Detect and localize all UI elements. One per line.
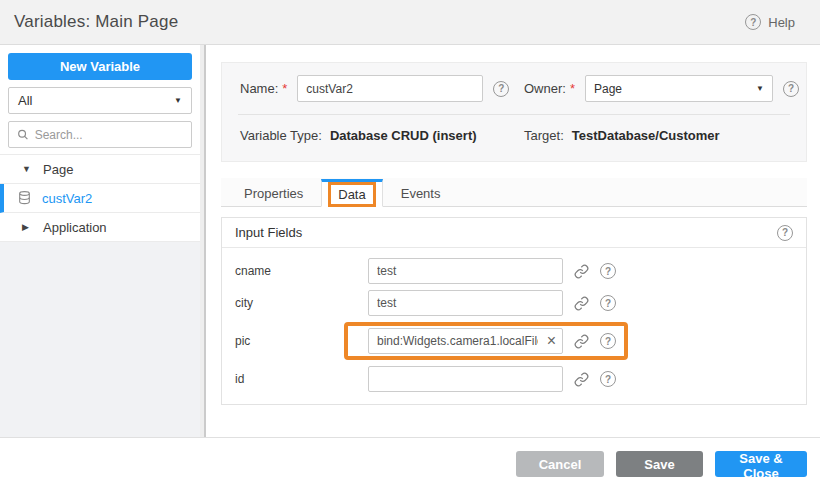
save-button[interactable]: Save [616, 451, 703, 477]
tab-events-label: Events [401, 186, 441, 201]
field-help-icon[interactable]: ? [600, 263, 616, 279]
field-row-cname: cname ? [222, 258, 806, 284]
dialog-header: Variables: Main Page ? Help [0, 0, 820, 45]
new-variable-button[interactable]: New Variable [8, 53, 192, 80]
field-row-pic: pic × ? [222, 322, 806, 360]
name-help-icon[interactable]: ? [493, 81, 509, 97]
tree-node-application[interactable]: ▶ Application [0, 213, 200, 242]
filter-dropdown-value: All [18, 93, 32, 108]
input-fields-title: Input Fields [235, 225, 302, 240]
tab-properties[interactable]: Properties [226, 178, 321, 206]
target-label: Target: [524, 128, 564, 143]
input-fields-header: Input Fields ? [222, 218, 806, 248]
variable-tree: ▼ Page custVar2 ▶ Application [0, 154, 200, 437]
input-fields-panel: Input Fields ? cname ? [221, 217, 807, 405]
field-row-city: city ? [222, 290, 806, 316]
field-help-icon[interactable]: ? [600, 295, 616, 311]
tab-data-label: Data [338, 187, 365, 202]
help-icon: ? [745, 14, 761, 30]
database-variable-icon [18, 191, 31, 205]
variable-info-panel: Name: * ? Owner: * Page ▼ ? [221, 62, 807, 162]
tree-node-custvar2[interactable]: custVar2 [0, 184, 200, 213]
owner-help-icon[interactable]: ? [783, 81, 799, 97]
tree-node-page-label: Page [43, 162, 73, 177]
sidebar-filler [0, 242, 200, 437]
field-help-icon[interactable]: ? [600, 371, 616, 387]
variable-type-label: Variable Type: [240, 128, 322, 143]
save-close-button[interactable]: Save & Close [715, 451, 807, 477]
bind-link-icon[interactable] [574, 334, 589, 349]
tree-node-application-label: Application [43, 220, 107, 235]
search-input[interactable] [35, 128, 183, 142]
input-fields-rows: cname ? city [222, 248, 806, 404]
field-row-id: id ? [222, 366, 806, 392]
owner-dropdown[interactable]: Page ▼ [585, 75, 773, 102]
variable-type-value: Database CRUD (insert) [330, 128, 477, 143]
clear-icon[interactable]: × [547, 333, 556, 349]
main-panel: Name: * ? Owner: * Page ▼ ? [206, 45, 820, 437]
filter-dropdown[interactable]: All ▼ [8, 87, 192, 114]
tab-events[interactable]: Events [383, 178, 459, 206]
field-label: city [235, 296, 368, 310]
search-box[interactable] [8, 121, 192, 148]
id-input[interactable] [368, 366, 563, 392]
tree-node-custvar2-label: custVar2 [42, 191, 92, 206]
annotation-highlight-box: × ? [344, 322, 628, 360]
search-icon [17, 128, 29, 141]
dialog-body: New Variable All ▼ ▼ Page custVar2 [0, 45, 820, 437]
cname-input[interactable] [368, 258, 563, 284]
name-label: Name: [240, 81, 278, 96]
bind-link-icon[interactable] [574, 296, 589, 311]
collapse-icon: ▼ [22, 164, 32, 174]
field-label: cname [235, 264, 368, 278]
city-input[interactable] [368, 290, 563, 316]
variables-dialog: Variables: Main Page ? Help New Variable… [0, 0, 820, 490]
owner-dropdown-value: Page [594, 82, 622, 96]
bind-link-icon[interactable] [574, 264, 589, 279]
dialog-footer: Cancel Save Save & Close [0, 437, 820, 490]
pic-input[interactable] [368, 328, 563, 354]
tab-bar: Properties Data Events [221, 178, 807, 207]
tree-node-page[interactable]: ▼ Page [0, 155, 200, 184]
chevron-down-icon: ▼ [756, 84, 764, 93]
input-fields-help-icon[interactable]: ? [777, 225, 793, 241]
required-asterisk: * [570, 81, 575, 96]
annotation-highlight-box: Data [328, 182, 375, 207]
expand-icon: ▶ [22, 222, 32, 232]
help-button[interactable]: ? Help [745, 14, 795, 30]
tab-data[interactable]: Data [321, 179, 382, 207]
tab-properties-label: Properties [244, 186, 303, 201]
field-help-icon[interactable]: ? [600, 333, 616, 349]
target-value: TestDatabase/Customer [572, 128, 720, 143]
panel-divider [238, 114, 790, 115]
owner-label: Owner: [524, 81, 566, 96]
required-asterisk: * [282, 81, 287, 96]
bind-link-icon[interactable] [574, 372, 589, 387]
page-title: Variables: Main Page [14, 12, 178, 32]
help-label: Help [768, 15, 795, 30]
cancel-button[interactable]: Cancel [516, 451, 604, 477]
name-input[interactable] [297, 75, 483, 102]
field-label: id [235, 372, 368, 386]
sidebar: New Variable All ▼ ▼ Page custVar2 [0, 45, 200, 437]
chevron-down-icon: ▼ [174, 96, 182, 105]
